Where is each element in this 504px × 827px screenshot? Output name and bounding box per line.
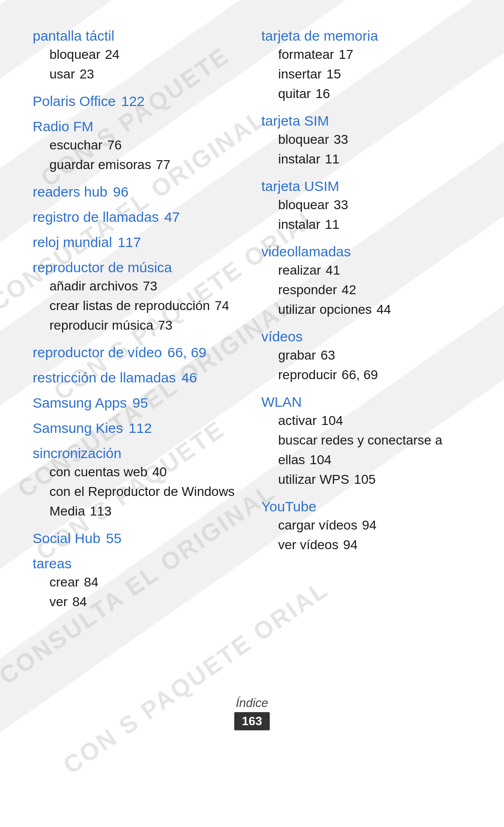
sub-entry-page-num: 73: [158, 318, 173, 332]
index-heading[interactable]: tarjeta de memoria: [261, 28, 471, 44]
sub-entry-page-num: 104: [310, 452, 332, 467]
index-sub-entry: insertar15: [261, 64, 471, 84]
index-sub-entry: utilizar WPS105: [261, 470, 471, 489]
heading-page-num: 112: [128, 420, 152, 436]
sub-entry-page-num: 17: [339, 47, 353, 62]
index-columns: pantalla táctilbloquear24usar23Polaris O…: [33, 28, 471, 621]
index-heading[interactable]: YouTube: [261, 499, 471, 515]
sub-entry-page-num: 66, 69: [342, 368, 378, 382]
index-sub-entry: crear listas de reproducción74: [33, 296, 243, 316]
index-sub-entry: añadir archivos73: [33, 276, 243, 296]
index-entry-group: reproductor de vídeo66, 69: [33, 345, 243, 360]
sub-entry-page-num: 63: [321, 348, 335, 362]
sub-entry-page-num: 41: [326, 263, 340, 277]
index-heading[interactable]: registro de llamadas47: [33, 209, 243, 225]
index-entry-group: tarjeta de memoriaformatear17insertar15q…: [261, 28, 471, 104]
index-entry-group: tareascrear84ver84: [33, 556, 243, 612]
sub-entry-page-num: 74: [215, 298, 229, 313]
index-entry-group: Radio FMescuchar76guardar emisoras77: [33, 119, 243, 175]
index-heading[interactable]: tarjeta SIM: [261, 113, 471, 129]
index-sub-entry: guardar emisoras77: [33, 155, 243, 175]
heading-page-num: 117: [118, 234, 141, 250]
index-heading[interactable]: WLAN: [261, 394, 471, 410]
sub-entry-page-num: 42: [342, 283, 356, 297]
sub-entry-page-num: 40: [152, 465, 167, 479]
index-heading[interactable]: sincronización: [33, 445, 243, 461]
index-entry-group: reproductor de músicaañadir archivos73cr…: [33, 260, 243, 335]
index-entry-group: readers hub96: [33, 184, 243, 200]
index-sub-entry: bloquear33: [261, 195, 471, 215]
index-entry-group: Polaris Office122: [33, 93, 243, 109]
index-sub-entry: responder42: [261, 280, 471, 300]
index-heading[interactable]: Radio FM: [33, 119, 243, 134]
index-entry-group: Samsung Kies112: [33, 420, 243, 436]
heading-page-num: 96: [113, 184, 128, 199]
index-entry-group: sincronizacióncon cuentas web40con el Re…: [33, 445, 243, 521]
index-sub-entry: con el Reproductor de Windows Media113: [33, 482, 243, 521]
index-sub-entry: instalar11: [261, 215, 471, 234]
index-sub-entry: activar104: [261, 411, 471, 431]
index-heading[interactable]: pantalla táctil: [33, 28, 243, 44]
index-entry-group: videollamadasrealizar41responder42utiliz…: [261, 244, 471, 319]
page-footer: Índice 163: [0, 696, 504, 730]
sub-entry-page-num: 94: [343, 537, 357, 552]
index-entry-group: vídeosgrabar63reproducir66, 69: [261, 329, 471, 385]
index-heading[interactable]: tareas: [33, 556, 243, 572]
heading-page-num: 122: [121, 93, 145, 109]
index-heading[interactable]: vídeos: [261, 329, 471, 345]
index-sub-entry: quitar16: [261, 84, 471, 104]
index-sub-entry: instalar11: [261, 149, 471, 169]
right-column: tarjeta de memoriaformatear17insertar15q…: [261, 28, 471, 621]
sub-entry-page-num: 84: [84, 575, 98, 589]
index-sub-entry: escuchar76: [33, 135, 243, 155]
index-sub-entry: reproducir música73: [33, 316, 243, 335]
heading-page-num: 47: [164, 209, 180, 225]
sub-entry-page-num: 11: [325, 152, 339, 166]
index-heading[interactable]: reloj mundial117: [33, 234, 243, 250]
index-entry-group: reloj mundial117: [33, 234, 243, 250]
index-sub-entry: grabar63: [261, 346, 471, 365]
index-sub-entry: buscar redes y conectarse a ellas104: [261, 431, 471, 470]
index-heading[interactable]: Samsung Apps95: [33, 395, 243, 411]
index-heading[interactable]: Polaris Office122: [33, 93, 243, 109]
index-heading[interactable]: videollamadas: [261, 244, 471, 260]
sub-entry-page-num: 105: [354, 472, 376, 487]
footer-label: Índice: [0, 696, 504, 710]
sub-entry-page-num: 113: [90, 504, 112, 518]
index-sub-entry: ver vídeos94: [261, 535, 471, 555]
index-entry-group: YouTubecargar vídeos94ver vídeos94: [261, 499, 471, 555]
index-heading[interactable]: tarjeta USIM: [261, 178, 471, 194]
index-sub-entry: bloquear24: [33, 45, 243, 64]
index-sub-entry: con cuentas web40: [33, 462, 243, 482]
index-heading[interactable]: restricción de llamadas46: [33, 370, 243, 386]
sub-entry-page-num: 24: [105, 47, 119, 62]
sub-entry-page-num: 33: [334, 198, 348, 212]
index-heading[interactable]: Social Hub55: [33, 530, 243, 546]
heading-page-num: 66, 69: [168, 345, 206, 360]
index-sub-entry: usar23: [33, 64, 243, 84]
index-heading[interactable]: reproductor de música: [33, 260, 243, 276]
index-heading[interactable]: Samsung Kies112: [33, 420, 243, 436]
index-sub-entry: formatear17: [261, 45, 471, 64]
index-sub-entry: cargar vídeos94: [261, 516, 471, 535]
index-heading[interactable]: reproductor de vídeo66, 69: [33, 345, 243, 360]
sub-entry-page-num: 94: [362, 518, 377, 532]
index-sub-entry: ver84: [33, 592, 243, 612]
sub-entry-page-num: 76: [107, 138, 122, 152]
heading-page-num: 95: [133, 395, 148, 410]
sub-entry-page-num: 11: [325, 217, 339, 232]
footer-page-number: 163: [234, 712, 269, 730]
main-content: pantalla táctilbloquear24usar23Polaris O…: [0, 0, 504, 658]
sub-entry-page-num: 15: [326, 67, 341, 81]
sub-entry-page-num: 77: [156, 157, 170, 172]
index-heading[interactable]: readers hub96: [33, 184, 243, 200]
sub-entry-page-num: 73: [143, 279, 157, 293]
index-entry-group: restricción de llamadas46: [33, 370, 243, 386]
sub-entry-page-num: 33: [334, 132, 348, 147]
index-entry-group: tarjeta SIMbloquear33instalar11: [261, 113, 471, 169]
left-column: pantalla táctilbloquear24usar23Polaris O…: [33, 28, 243, 621]
index-sub-entry: bloquear33: [261, 130, 471, 149]
index-entry-group: registro de llamadas47: [33, 209, 243, 225]
heading-page-num: 55: [106, 530, 121, 546]
index-sub-entry: utilizar opciones44: [261, 300, 471, 319]
